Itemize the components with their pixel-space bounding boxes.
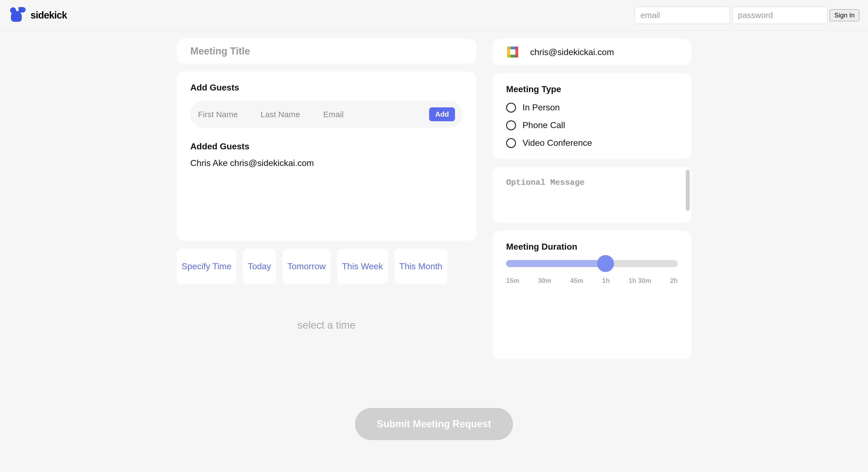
logo[interactable]: sidekick [9, 6, 67, 24]
brand-name: sidekick [30, 9, 67, 21]
tick-1h: 1h [602, 277, 610, 285]
scrollbar[interactable] [686, 170, 690, 220]
meeting-title-card [177, 39, 476, 63]
select-time-hint: select a time [177, 319, 476, 331]
tick-1h30m: 1h 30m [629, 277, 651, 285]
topbar: sidekick Sign In [0, 0, 868, 31]
radio-label: In Person [523, 102, 560, 113]
meeting-type-video-conference[interactable]: Video Conference [506, 138, 678, 148]
radio-icon [506, 138, 516, 148]
radio-label: Phone Call [523, 120, 565, 130]
tick-2h: 2h [670, 277, 678, 285]
tab-specify-time[interactable]: Specify Time [177, 249, 236, 284]
password-field[interactable] [732, 6, 828, 24]
sign-in-button[interactable]: Sign In [830, 9, 859, 21]
meeting-type-phone-call[interactable]: Phone Call [506, 120, 678, 130]
auth-controls: Sign In [635, 6, 859, 24]
tick-30m: 30m [538, 277, 551, 285]
guest-last-name-input[interactable] [260, 110, 315, 119]
tick-15m: 15m [506, 277, 519, 285]
optional-message-input[interactable] [493, 167, 691, 222]
tick-45m: 45m [570, 277, 583, 285]
meeting-type-in-person[interactable]: In Person [506, 102, 678, 113]
meeting-duration-card: Meeting Duration 15m 30m 45m 1h 1h 30m 2… [493, 231, 691, 359]
svg-rect-6 [510, 49, 516, 55]
tab-today[interactable]: Today [243, 249, 276, 284]
added-guest-item: Chris Ake chris@sidekickai.com [190, 158, 463, 168]
radio-icon [506, 120, 516, 130]
guest-input-row: Add [190, 101, 463, 128]
meeting-title-input[interactable] [190, 46, 463, 57]
email-field[interactable] [635, 6, 730, 24]
duration-slider[interactable]: 15m 30m 45m 1h 1h 30m 2h [506, 260, 678, 285]
radio-label: Video Conference [523, 138, 592, 148]
radio-icon [506, 103, 516, 113]
add-guest-button[interactable]: Add [429, 107, 455, 121]
duration-ticks: 15m 30m 45m 1h 1h 30m 2h [506, 277, 678, 285]
add-guests-heading: Add Guests [190, 83, 463, 93]
guest-first-name-input[interactable] [198, 110, 252, 119]
account-email: chris@sidekickai.com [530, 47, 614, 57]
meeting-type-heading: Meeting Type [506, 84, 678, 94]
guest-email-input[interactable] [323, 110, 421, 119]
slider-thumb[interactable] [597, 255, 614, 272]
added-guests-heading: Added Guests [190, 142, 463, 151]
scrollbar-thumb[interactable] [686, 170, 690, 211]
sidekick-logo-icon [9, 6, 26, 24]
meeting-duration-heading: Meeting Duration [506, 242, 678, 252]
submit-meeting-request-button[interactable]: Submit Meeting Request [355, 408, 513, 440]
tab-this-month[interactable]: This Month [395, 249, 447, 284]
account-card: chris@sidekickai.com [493, 39, 691, 65]
tab-tomorrow[interactable]: Tomorrow [283, 249, 331, 284]
meeting-type-card: Meeting Type In Person Phone Call Video … [493, 73, 691, 159]
slider-fill [506, 260, 606, 267]
google-calendar-icon [506, 46, 519, 59]
guests-card: Add Guests Add Added Guests Chris Ake ch… [177, 72, 476, 241]
time-tabs: Specify Time Today Tomorrow This Week Th… [177, 249, 476, 284]
optional-message-card [493, 167, 691, 223]
tab-this-week[interactable]: This Week [337, 249, 388, 284]
